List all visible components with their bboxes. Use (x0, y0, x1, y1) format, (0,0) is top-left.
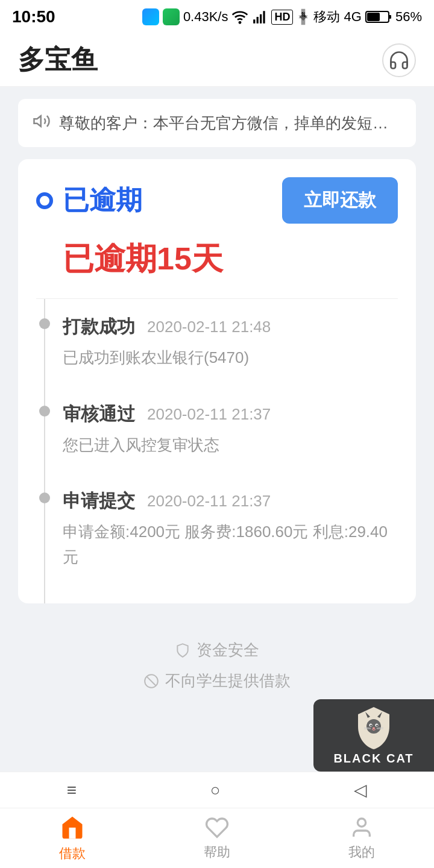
black-cat-text: BLACK CAT (333, 752, 414, 766)
svg-marker-11 (34, 116, 41, 127)
nav-menu-button[interactable]: ≡ (67, 781, 77, 800)
svg-rect-4 (263, 11, 265, 24)
black-cat-watermark: BLACK CAT (313, 699, 434, 772)
page-title: 多宝鱼 (18, 42, 98, 78)
notice-bar: 尊敬的客户：本平台无官方微信，掉单的发短息给： (18, 99, 416, 147)
svg-point-14 (357, 819, 365, 826)
security-section: 资金安全 不向学生提供借款 (0, 615, 434, 703)
timeline-date-2: 2020-02-11 21:37 (147, 492, 271, 511)
svg-text:⇅: ⇅ (301, 11, 306, 18)
no-student-icon (143, 673, 159, 689)
svg-point-18 (366, 719, 381, 734)
timeline: 打款成功 2020-02-11 21:48 已成功到账农业银行(5470) 审核… (36, 299, 398, 603)
timeline-desc-0: 已成功到账农业银行(5470) (63, 345, 398, 371)
header: 多宝鱼 (0, 34, 434, 87)
timeline-date-1: 2020-02-11 21:37 (147, 405, 271, 424)
hd-badge: HD (271, 10, 293, 25)
signal-icon (252, 8, 268, 25)
notice-text: 尊敬的客户：本平台无官方微信，掉单的发短息给： (59, 113, 401, 134)
nav-label-mine: 我的 (348, 843, 375, 861)
nav-item-help[interactable]: 帮助 (145, 808, 289, 868)
shield-icon (175, 643, 190, 658)
battery-icon (365, 10, 392, 24)
home-icon (59, 814, 86, 841)
timeline-item: 审核通过 2020-02-11 21:37 您已进入风控复审状态 (36, 392, 398, 480)
overdue-title: 已逾期 (63, 183, 142, 218)
timeline-header-2: 申请提交 2020-02-11 21:37 (63, 489, 398, 514)
overdue-days-prefix: 已逾期 (63, 241, 157, 276)
timeline-title-0: 打款成功 (63, 315, 135, 339)
timeline-date-0: 2020-02-11 21:48 (147, 318, 271, 336)
security-label-0: 资金安全 (197, 640, 259, 661)
main-card: 已逾期 立即还款 已逾期15天 打款成功 2020-02-11 21:48 已成… (18, 159, 416, 603)
timeline-dot-2 (39, 492, 50, 503)
svg-point-22 (376, 725, 377, 726)
timeline-desc-1: 您已进入风控复审状态 (63, 433, 398, 458)
timeline-dot-0 (39, 318, 50, 329)
support-button[interactable] (382, 43, 416, 77)
timeline-item: 申请提交 2020-02-11 21:37 申请金额:4200元 服务费:186… (36, 479, 398, 591)
nav-item-mine[interactable]: 我的 (289, 808, 434, 868)
svg-rect-3 (260, 14, 262, 24)
svg-rect-10 (367, 13, 380, 21)
timeline-title-1: 审核通过 (63, 402, 135, 427)
nav-home-button[interactable]: ○ (210, 781, 221, 800)
timeline-desc-2: 申请金额:4200元 服务费:1860.60元 利息:29.40元 (63, 520, 398, 570)
svg-line-13 (146, 676, 156, 685)
user-icon (350, 816, 374, 840)
timeline-header-1: 审核通过 2020-02-11 21:37 (63, 402, 398, 427)
svg-point-0 (239, 22, 241, 23)
nav-label-help: 帮助 (204, 843, 230, 861)
svg-point-23 (373, 727, 375, 729)
app-icon-2 (163, 8, 180, 25)
nav-back-button[interactable]: ◁ (354, 780, 367, 800)
timeline-item: 打款成功 2020-02-11 21:48 已成功到账农业银行(5470) (36, 305, 398, 392)
status-bar: 10:50 0.43K/s HD ⇅ 移动 4G 56% (0, 0, 434, 34)
status-dot (36, 192, 53, 209)
timeline-dot-1 (39, 406, 50, 417)
nav-item-borrow[interactable]: 借款 (0, 808, 145, 868)
volume-icon (33, 112, 51, 134)
repay-button[interactable]: 立即还款 (282, 177, 398, 224)
heart-icon (205, 816, 229, 840)
overdue-left: 已逾期 (36, 183, 142, 218)
data-arrows-icon: ⇅ (297, 8, 310, 25)
timeline-title-2: 申请提交 (63, 489, 135, 514)
carrier-label: 移动 4G (313, 8, 361, 26)
status-time: 10:50 (12, 7, 55, 27)
overdue-days-suffix: 天 (192, 241, 223, 276)
security-label-1: 不向学生提供借款 (165, 670, 291, 691)
battery-percent: 56% (395, 9, 422, 25)
svg-point-21 (370, 725, 371, 726)
svg-rect-2 (257, 17, 259, 24)
svg-rect-9 (389, 15, 391, 19)
bottom-nav: 借款 帮助 我的 (0, 808, 434, 868)
svg-rect-1 (254, 19, 256, 24)
app-icon-1 (142, 8, 159, 25)
headset-icon (388, 49, 410, 71)
overdue-days-number: 15 (157, 241, 192, 276)
timeline-header-0: 打款成功 2020-02-11 21:48 (63, 315, 398, 339)
security-item-0: 资金安全 (175, 640, 259, 661)
overdue-row: 已逾期 立即还款 (36, 177, 398, 224)
overdue-days-text: 已逾期15天 (36, 238, 398, 298)
security-item-1: 不向学生提供借款 (143, 670, 291, 691)
nav-label-borrow: 借款 (59, 844, 86, 863)
black-cat-shield-icon (356, 706, 392, 749)
status-icons: 0.43K/s HD ⇅ 移动 4G 56% (142, 8, 422, 26)
network-speed: 0.43K/s (183, 9, 228, 25)
wifi-icon (231, 8, 248, 25)
system-nav-bar: ≡ ○ ◁ (0, 772, 434, 808)
